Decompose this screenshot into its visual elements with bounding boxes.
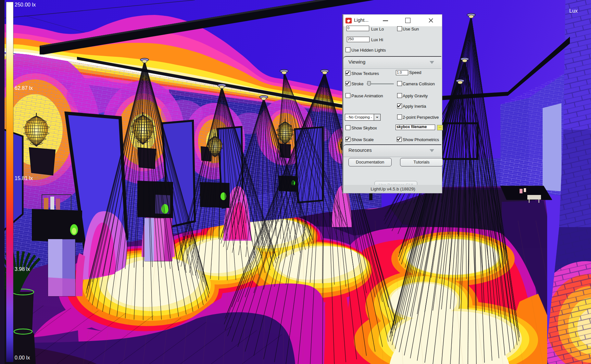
svg-text:3.98 lx: 3.98 lx [15,266,30,272]
svg-text:0.00 lx: 0.00 lx [15,355,30,360]
svg-text:15.81 lx: 15.81 lx [15,176,33,181]
svg-text:250.00 lx: 250.00 lx [15,2,36,7]
svg-text:Lux: Lux [569,8,578,14]
svg-text:62.87 lx: 62.87 lx [15,85,33,91]
